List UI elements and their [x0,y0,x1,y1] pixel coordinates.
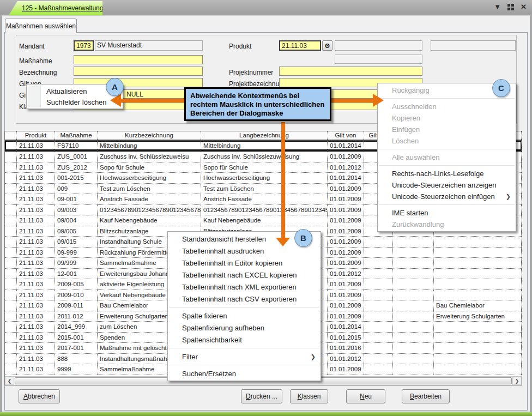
column-header[interactable]: Produkt [17,131,55,140]
row-selector[interactable] [5,173,17,183]
cell: 01.01.2009 [328,184,364,194]
produkt-lookup-button[interactable]: ʘ [322,40,332,51]
cell: 2009-011 [55,300,98,311]
produkt-field[interactable]: 21.11.03 [279,40,321,51]
row-selector[interactable] [5,237,17,247]
row-selector[interactable] [5,258,17,268]
row-selector[interactable] [5,364,17,375]
scroll-left-icon[interactable]: ❮ [5,377,14,385]
row-selector[interactable] [5,354,17,364]
scroll-right-icon[interactable]: ❯ [512,377,522,385]
bezeichnung-field[interactable] [74,67,203,76]
cell: 09/003 [55,205,98,215]
menu-item[interactable]: Einfügen [378,124,516,135]
menu-item[interactable]: Rechts-nach-Links-Lesefolge [378,168,516,179]
cell [434,258,522,268]
bearbeiten-button[interactable]: Bearbeiten [402,389,450,403]
cell [434,354,522,364]
projektnummer-field[interactable] [279,67,422,76]
menu-item[interactable]: Löschen [378,135,516,147]
row-selector[interactable] [5,152,17,162]
column-header[interactable]: Kurzbezeichnung [98,131,201,140]
cell: ZUS_0001 [55,152,98,162]
row-selector[interactable] [5,343,17,353]
row-selector[interactable] [5,248,17,258]
menu-item-label: Aktualisieren [46,87,87,95]
menu-item[interactable]: Spaltensichtbarkeit [168,334,321,346]
cell [393,248,434,258]
cell: 21.11.03 [17,279,55,290]
menu-item[interactable]: Tabelleninhalt nach EXCEL kopieren [168,269,321,281]
arrow-head-c [373,94,384,107]
cell: 01.01.2009 [328,215,364,226]
cell [364,248,393,258]
window-close-icon[interactable]: ✕ [521,3,527,11]
menu-item[interactable]: Unicode-Steuerzeichen einfügen❯ [378,191,516,202]
menu-item-label: Spalte fixieren [182,312,227,320]
cell [364,237,393,247]
mandant-code-field[interactable]: 1973 [74,40,94,51]
row-selector[interactable] [5,311,17,322]
drucken-button[interactable]: Drucken ... [241,389,282,403]
klassen-button[interactable]: Klassen [290,389,328,403]
cell: 2009-005 [55,279,98,290]
cell [364,269,393,279]
cell [364,354,393,364]
row-selector[interactable] [5,162,17,173]
row-selector[interactable] [5,215,17,226]
menu-item[interactable]: Alle auswählen [378,152,516,163]
menu-item[interactable]: Tabelleninhalt in Editor kopieren [168,257,321,269]
menu-item-label: Tabelleninhalt nach XML exportieren [182,283,297,291]
cell: 21.11.03 [17,290,55,300]
row-selector[interactable] [5,184,17,194]
menu-item[interactable]: Unicode-Steuerzeichen anzeigen [378,179,516,191]
menu-item[interactable]: Tabelleninhalt nach CSV exportieren [168,293,321,305]
row-selector[interactable] [5,226,17,237]
tab-massnahmen-auswaehlen[interactable]: Maßnahmen auswählen [5,19,77,33]
cell: 2017-001 [55,343,98,353]
row-selector[interactable] [5,322,17,332]
row-selector[interactable] [5,269,17,279]
cell [434,322,522,332]
document-tab[interactable]: 125 - Maßnahmeverwaltung ✕ [9,1,102,15]
row-selector[interactable] [5,279,17,290]
menu-item[interactable]: Filter❯ [168,351,321,363]
neu-button[interactable]: Neu [346,389,385,403]
menu-item-label: Ausschneiden [392,103,437,111]
window-tile-icon[interactable] [507,4,514,10]
massnahme-field[interactable] [74,55,203,64]
menu-item[interactable]: Suchfelder löschen [27,97,123,107]
menu-separator [379,149,515,149]
cell [393,311,434,322]
column-header[interactable] [5,131,17,140]
row-selector[interactable] [5,205,17,215]
row-selector[interactable] [5,141,17,150]
document-tab-close-icon[interactable]: ✕ [108,4,114,13]
menu-item[interactable]: Suchen/Ersetzen [168,367,321,379]
menu-item-label: Rückgängig [392,86,430,94]
row-selector[interactable] [5,194,17,204]
row-selector[interactable] [5,333,17,343]
row-selector[interactable] [5,300,17,311]
menu-item[interactable]: Tabelleninhalt nach XML exportieren [168,281,321,293]
column-header[interactable]: Maßnahme [55,131,98,140]
menu-item[interactable]: Spaltenfixierung aufheben [168,322,321,334]
column-header[interactable]: Gilt von [328,131,364,140]
window-menu-icon[interactable]: ▼ [494,3,501,11]
menu-item[interactable]: IME starten [378,207,516,219]
cell: Mittelbindung [201,141,328,150]
cell [393,322,434,332]
menu-separator [379,165,515,166]
menu-item[interactable]: Ausschneiden [378,101,516,112]
menu-item[interactable]: Tabelleninhalt ausdrucken [168,245,321,257]
column-header[interactable]: Langbezeichnung [201,131,328,140]
menu-item[interactable]: Spalte fixieren [168,310,321,322]
abbrechen-button[interactable]: Abbrechen [19,389,60,403]
menu-item[interactable]: Zurückwandlung [378,219,516,230]
cell: 001-2015 [55,173,98,183]
submenu-arrow-icon: ❯ [506,193,511,200]
menu-item[interactable]: Kopieren [378,112,516,124]
row-selector[interactable] [5,290,17,300]
cell: 09-001 [55,194,98,204]
cell: 01.01.2009 [328,364,364,375]
